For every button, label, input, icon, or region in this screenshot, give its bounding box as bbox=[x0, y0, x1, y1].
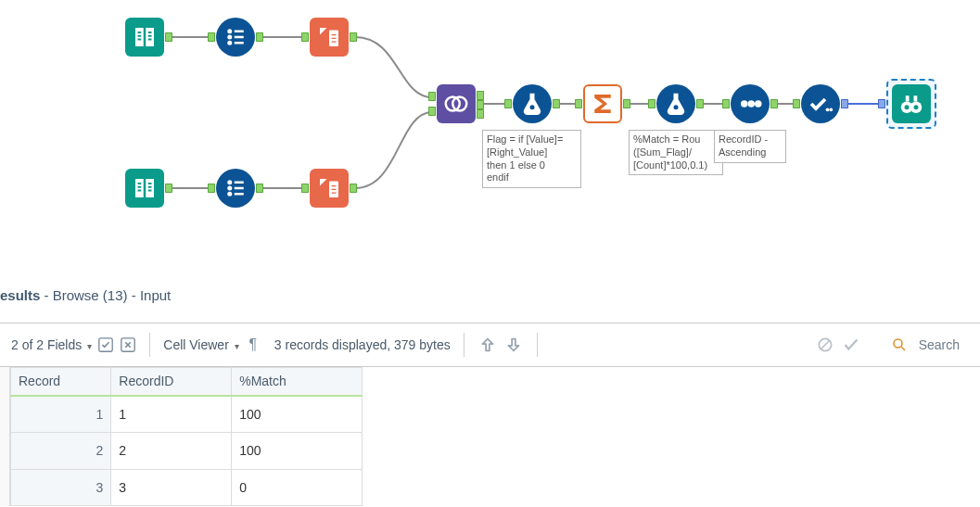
formula1-annotation: Flag = if [Value]=[Right_Value]then 1 el… bbox=[482, 130, 581, 188]
fields-dropdown[interactable]: 2 of 2 Fields bbox=[11, 337, 92, 352]
metadata-toggle-icon[interactable] bbox=[97, 336, 114, 353]
svg-point-18 bbox=[741, 100, 748, 108]
transpose-icon bbox=[315, 23, 343, 51]
grid-body: 1 1 100 2 2 100 3 3 0 bbox=[11, 396, 363, 506]
svg-point-28 bbox=[914, 105, 919, 109]
anchor-in[interactable] bbox=[575, 99, 582, 108]
no-entry-icon[interactable] bbox=[815, 335, 835, 355]
svg-point-19 bbox=[748, 100, 756, 108]
search-icon[interactable] bbox=[891, 336, 908, 353]
flask-icon bbox=[518, 90, 546, 118]
anchor-out[interactable] bbox=[256, 32, 263, 42]
workflow-canvas[interactable]: Flag = if [Value]=[Right_Value]then 1 el… bbox=[0, 0, 980, 260]
sort-tool[interactable] bbox=[731, 84, 770, 123]
dots-icon bbox=[736, 90, 764, 118]
anchor-out-j[interactable] bbox=[477, 100, 484, 109]
anchor-out-l[interactable] bbox=[477, 91, 484, 100]
close-panel-icon[interactable] bbox=[120, 336, 136, 353]
svg-line-32 bbox=[821, 340, 830, 349]
grid-header-row: Record RecordID %Match bbox=[11, 368, 363, 396]
anchor-out[interactable] bbox=[770, 99, 778, 108]
cell-rownum: 2 bbox=[11, 433, 111, 469]
svg-point-16 bbox=[530, 105, 535, 109]
check-dots-icon bbox=[807, 90, 834, 118]
summarize-tool[interactable] bbox=[583, 84, 622, 123]
cell-match: 100 bbox=[232, 396, 363, 433]
svg-point-9 bbox=[227, 192, 232, 196]
svg-point-22 bbox=[829, 108, 833, 111]
input-tool-1[interactable] bbox=[125, 18, 164, 57]
whitespace-icon[interactable]: ¶ bbox=[245, 336, 261, 353]
separator bbox=[149, 333, 150, 357]
cell-viewer-dropdown[interactable]: Cell Viewer bbox=[163, 337, 239, 352]
svg-rect-4 bbox=[235, 36, 244, 39]
anchor-in[interactable] bbox=[793, 99, 800, 108]
anchor-in[interactable] bbox=[208, 32, 215, 42]
anchor-in[interactable] bbox=[878, 99, 885, 108]
anchor-out[interactable] bbox=[165, 32, 172, 42]
svg-point-0 bbox=[227, 29, 232, 33]
flask-icon bbox=[662, 90, 690, 118]
anchor-in[interactable] bbox=[504, 99, 512, 108]
anchor-in-l[interactable] bbox=[428, 92, 436, 101]
cell-recordid: 2 bbox=[111, 433, 232, 469]
arrow-down-icon[interactable] bbox=[503, 335, 524, 355]
col-match[interactable]: %Match bbox=[232, 368, 363, 396]
list-icon bbox=[222, 174, 249, 202]
svg-point-2 bbox=[227, 41, 232, 45]
svg-rect-3 bbox=[235, 31, 244, 33]
cell-recordid: 1 bbox=[111, 396, 232, 433]
search-input[interactable]: Search bbox=[919, 337, 960, 352]
cell-match: 100 bbox=[232, 433, 363, 469]
select-tool-2[interactable] bbox=[216, 169, 255, 208]
list-icon bbox=[222, 23, 249, 51]
svg-point-7 bbox=[227, 180, 232, 184]
anchor-in[interactable] bbox=[722, 99, 730, 108]
cell-rownum: 3 bbox=[11, 469, 111, 505]
select-tool-1[interactable] bbox=[216, 18, 255, 57]
svg-point-1 bbox=[227, 35, 232, 40]
svg-rect-26 bbox=[914, 95, 918, 101]
cell-match: 0 bbox=[232, 469, 363, 505]
anchor-out[interactable] bbox=[165, 184, 172, 193]
results-grid[interactable]: Record RecordID %Match 1 1 100 2 2 100 3… bbox=[10, 367, 363, 506]
col-recordid[interactable]: RecordID bbox=[111, 368, 232, 396]
anchor-out[interactable] bbox=[256, 184, 263, 193]
anchor-in-r[interactable] bbox=[428, 107, 436, 116]
anchor-in[interactable] bbox=[301, 32, 309, 42]
formula-tool-1[interactable] bbox=[513, 84, 552, 123]
results-title-bold: esults bbox=[0, 287, 40, 303]
anchor-out[interactable] bbox=[696, 99, 704, 108]
select-tool-3[interactable] bbox=[801, 84, 840, 123]
anchor-in[interactable] bbox=[648, 99, 655, 108]
join-tool[interactable] bbox=[437, 84, 476, 123]
results-toolbar: 2 of 2 Fields Cell Viewer ¶ 3 records di… bbox=[0, 323, 980, 367]
separator bbox=[537, 333, 538, 357]
anchor-in[interactable] bbox=[208, 184, 215, 193]
svg-point-17 bbox=[674, 105, 679, 109]
col-record[interactable]: Record bbox=[11, 368, 111, 396]
transpose-tool-1[interactable] bbox=[310, 18, 349, 57]
svg-rect-12 bbox=[235, 193, 244, 196]
input-tool-2[interactable] bbox=[125, 169, 164, 208]
anchor-out[interactable] bbox=[623, 99, 630, 108]
table-row[interactable]: 1 1 100 bbox=[11, 396, 363, 433]
formula-tool-2[interactable] bbox=[656, 84, 695, 123]
anchor-in[interactable] bbox=[301, 184, 309, 193]
book-icon bbox=[131, 174, 159, 202]
table-row[interactable]: 2 2 100 bbox=[11, 433, 363, 469]
anchor-out[interactable] bbox=[350, 184, 357, 193]
browse-tool[interactable] bbox=[886, 79, 936, 129]
anchor-out[interactable] bbox=[553, 99, 560, 108]
anchor-out[interactable] bbox=[350, 32, 357, 42]
status-text: 3 records displayed, 379 bytes bbox=[274, 337, 451, 352]
anchor-out[interactable] bbox=[841, 99, 848, 108]
apply-icon[interactable] bbox=[841, 335, 861, 355]
sigma-icon bbox=[589, 90, 617, 118]
svg-line-34 bbox=[901, 347, 905, 350]
svg-point-33 bbox=[894, 339, 902, 348]
anchor-out-r[interactable] bbox=[477, 109, 484, 119]
arrow-up-icon[interactable] bbox=[477, 335, 498, 355]
table-row[interactable]: 3 3 0 bbox=[11, 469, 363, 505]
transpose-tool-2[interactable] bbox=[310, 169, 349, 208]
